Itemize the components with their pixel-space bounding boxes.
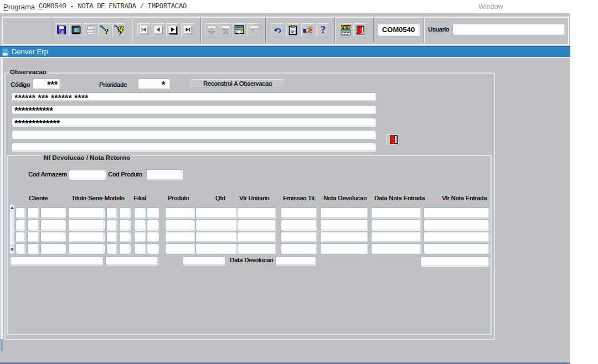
svg-text:Menu: Menu xyxy=(341,25,351,30)
svg-text:?: ? xyxy=(105,28,109,35)
svg-text:?: ? xyxy=(321,25,326,35)
